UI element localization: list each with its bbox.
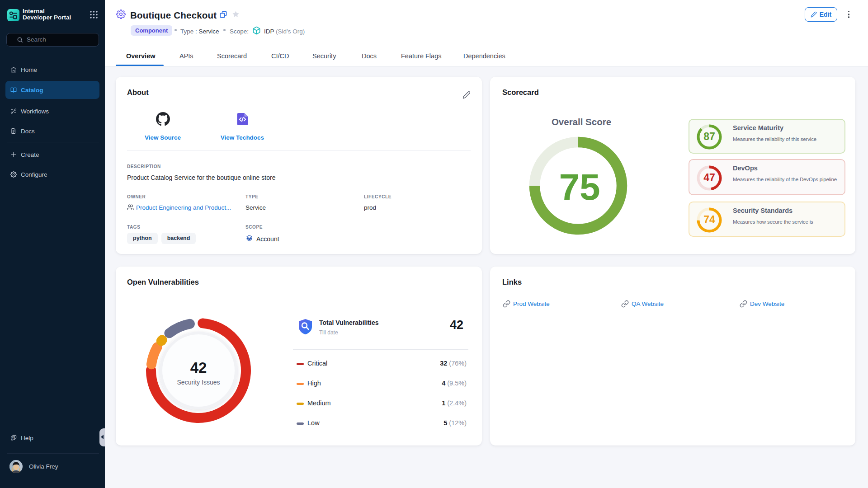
svg-text:Security Issues: Security Issues <box>177 379 220 386</box>
svg-text:75: 75 <box>559 166 600 207</box>
svg-text:42: 42 <box>190 359 207 376</box>
svg-text:?: ? <box>12 436 14 440</box>
